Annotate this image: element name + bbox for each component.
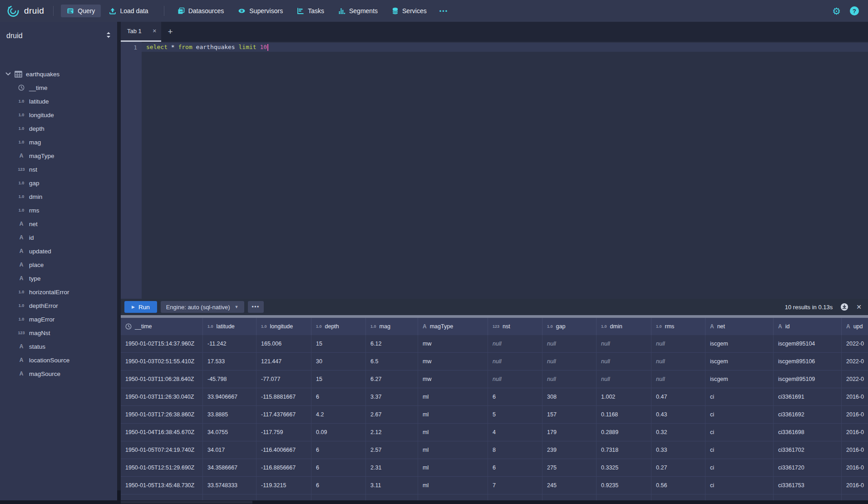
- sidebar-field-dmin[interactable]: 1.0 dmin: [0, 190, 117, 203]
- cell-__time[interactable]: 1950-01-03T02:51:55.410Z: [121, 353, 203, 370]
- cell-longitude[interactable]: -77.077: [256, 371, 311, 388]
- cell-nst[interactable]: 8: [488, 441, 542, 459]
- help-icon[interactable]: ?: [850, 6, 859, 15]
- cell-gap[interactable]: 157: [542, 406, 597, 423]
- cell-longitude[interactable]: 121.447: [256, 353, 311, 370]
- sidebar-field-magType[interactable]: A magType: [0, 149, 117, 163]
- cell-updated[interactable]: 2016-0: [842, 441, 868, 459]
- cell-depth[interactable]: 6: [311, 477, 366, 494]
- cell-nst[interactable]: 4: [488, 424, 542, 441]
- cell-id[interactable]: ci3361753: [774, 477, 842, 494]
- sidebar-field-magNst[interactable]: 123 magNst: [0, 326, 117, 340]
- cell-depth[interactable]: 6: [311, 441, 366, 459]
- cell-dmin[interactable]: 0.9235: [597, 477, 651, 494]
- cell-mag[interactable]: 3.37: [366, 388, 418, 405]
- cell-nst[interactable]: 5: [488, 406, 542, 423]
- cell-__time[interactable]: 1950-01-05T07:24:19.740Z: [121, 441, 203, 459]
- cell-gap[interactable]: null: [542, 335, 597, 352]
- cell-net[interactable]: ci: [705, 406, 774, 423]
- column-header-updated[interactable]: Aupd: [842, 318, 868, 335]
- cell-mag[interactable]: 2.67: [366, 406, 418, 423]
- close-icon[interactable]: ✕: [153, 28, 157, 34]
- cell-nst[interactable]: [488, 494, 542, 500]
- cell-id[interactable]: iscgem895106: [774, 353, 842, 370]
- cell-nst[interactable]: null: [488, 335, 542, 352]
- cell-rms[interactable]: null: [651, 353, 705, 370]
- column-header-net[interactable]: Anet: [705, 318, 774, 335]
- cell-magType[interactable]: mw: [418, 353, 488, 370]
- cell-rms[interactable]: null: [651, 371, 705, 388]
- sidebar-field-depth[interactable]: 1.0 depth: [0, 122, 117, 135]
- gear-icon[interactable]: ⚙: [832, 6, 841, 16]
- cell-mag[interactable]: 6.27: [366, 371, 418, 388]
- cell-id[interactable]: ci3361692: [774, 406, 842, 423]
- nav-more-button[interactable]: •••: [435, 5, 453, 17]
- cell-__time[interactable]: 1950-01-03T11:26:30.040Z: [121, 388, 203, 405]
- cell-magType[interactable]: ml: [418, 441, 488, 459]
- cell-gap[interactable]: 275: [542, 459, 597, 476]
- sidebar-field-rms[interactable]: 1.0 rms: [0, 203, 117, 217]
- cell-mag[interactable]: 3.11: [366, 477, 418, 494]
- cell-net[interactable]: iscgem: [705, 353, 774, 370]
- cell-__time[interactable]: 1950-01-04T16:38:45.670Z: [121, 424, 203, 441]
- cell-net[interactable]: ci: [705, 477, 774, 494]
- sidebar-field-nst[interactable]: 123 nst: [0, 163, 117, 176]
- column-header-latitude[interactable]: 1.0latitude: [203, 318, 256, 335]
- sidebar-field-type[interactable]: A type: [0, 272, 117, 285]
- cell-depth[interactable]: 15: [311, 335, 366, 352]
- cell-longitude[interactable]: -115.8881667: [256, 388, 311, 405]
- cell-updated[interactable]: 2022-0: [842, 371, 868, 388]
- sql-editor[interactable]: 1 select * from earthquakes limit 10: [121, 42, 868, 299]
- cell-gap[interactable]: null: [542, 371, 597, 388]
- nav-item-services[interactable]: Services: [386, 5, 433, 17]
- engine-select-button[interactable]: Engine: auto (sql-native) ▼: [161, 301, 244, 313]
- cell-__time[interactable]: 1950-01-05T13:45:48.730Z: [121, 477, 203, 494]
- cell-magType[interactable]: mw: [418, 371, 488, 388]
- cell-depth[interactable]: 4.2: [311, 406, 366, 423]
- cell-rms[interactable]: [651, 494, 705, 500]
- cell-mag[interactable]: 2.31: [366, 459, 418, 476]
- sidebar-field-locationSource[interactable]: A locationSource: [0, 353, 117, 367]
- datasource-node[interactable]: earthquakes: [0, 67, 117, 81]
- cell-rms[interactable]: 0.56: [651, 477, 705, 494]
- brand-wordmark[interactable]: druid: [24, 6, 44, 16]
- cell-longitude[interactable]: -117.4376667: [256, 406, 311, 423]
- cell-latitude[interactable]: -11.242: [203, 335, 256, 352]
- cell-dmin[interactable]: null: [597, 335, 651, 352]
- cell-dmin[interactable]: [597, 494, 651, 500]
- cell-updated[interactable]: 2022-0: [842, 353, 868, 370]
- cell-net[interactable]: ci: [705, 459, 774, 476]
- sidebar-field-longitude[interactable]: 1.0 longitude: [0, 108, 117, 122]
- cell-net[interactable]: iscgem: [705, 335, 774, 352]
- cell-mag[interactable]: 6.5: [366, 353, 418, 370]
- column-header-mag[interactable]: 1.0mag: [366, 318, 418, 335]
- cell-longitude[interactable]: -116.4006667: [256, 441, 311, 459]
- download-icon[interactable]: [840, 303, 848, 311]
- cell-mag[interactable]: 2.57: [366, 441, 418, 459]
- cell-rms[interactable]: 0.27: [651, 459, 705, 476]
- cell-depth[interactable]: 0.09: [311, 424, 366, 441]
- cell-nst[interactable]: 6: [488, 459, 542, 476]
- cell-latitude[interactable]: 34.017: [203, 441, 256, 459]
- cell-latitude[interactable]: 34.3586667: [203, 459, 256, 476]
- cell-gap[interactable]: 239: [542, 441, 597, 459]
- cell-updated[interactable]: 2022-0: [842, 335, 868, 352]
- cell-nst[interactable]: 6: [488, 388, 542, 405]
- cell-mag[interactable]: [366, 494, 418, 500]
- column-header-gap[interactable]: 1.0gap: [542, 318, 597, 335]
- cell-magType[interactable]: mw: [418, 335, 488, 352]
- cell-depth[interactable]: 15: [311, 371, 366, 388]
- cell-latitude[interactable]: 33.5748333: [203, 477, 256, 494]
- cell-updated[interactable]: 2016-0: [842, 406, 868, 423]
- cell-dmin[interactable]: null: [597, 353, 651, 370]
- nav-item-supervisors[interactable]: Supervisors: [232, 5, 289, 17]
- nav-item-load-data[interactable]: Load data: [103, 5, 154, 17]
- cell-longitude[interactable]: -117.759: [256, 424, 311, 441]
- new-tab-button[interactable]: +: [161, 22, 179, 42]
- cell-id[interactable]: ci3361691: [774, 388, 842, 405]
- column-header-id[interactable]: Aid: [774, 318, 842, 335]
- sidebar-scrollbar[interactable]: [117, 22, 121, 504]
- cell-magType[interactable]: ml: [418, 406, 488, 423]
- column-header-longitude[interactable]: 1.0longitude: [256, 318, 311, 335]
- cell-net[interactable]: ci: [705, 388, 774, 405]
